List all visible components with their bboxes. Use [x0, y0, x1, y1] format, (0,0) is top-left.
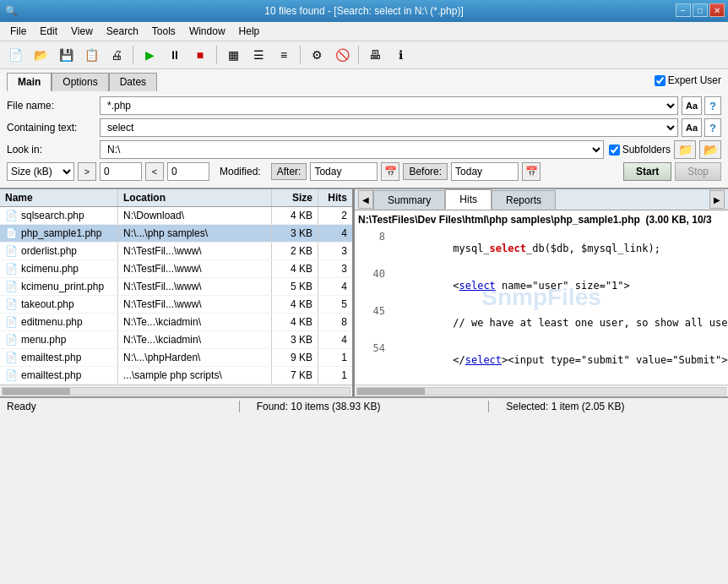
play-button[interactable]: ▶ — [138, 44, 161, 66]
bookmark-folder-button[interactable]: 📂 — [699, 140, 721, 159]
before-calendar-button[interactable]: 📅 — [522, 162, 541, 181]
print-button[interactable]: 🖶 — [363, 44, 387, 66]
table-row[interactable]: 📄php_sample1.php N:\...\php samples\ 3 K… — [0, 225, 352, 243]
after-calendar-button[interactable]: 📅 — [381, 162, 399, 181]
detail-tabs: ◀ Summary Hits Reports ▶ — [355, 189, 728, 210]
tab-reports[interactable]: Reports — [492, 190, 556, 210]
table-row[interactable]: 📄emailtest.php N:\...\phpHarden\ 9 KB 1 — [0, 349, 352, 367]
stop-toolbar-button[interactable]: ■ — [188, 44, 212, 66]
table-row[interactable]: 📄kcimenu.php N:\TestFil...\www\ 4 KB 3 — [0, 260, 352, 278]
tab-summary[interactable]: Summary — [373, 190, 445, 210]
containing-text-help-button[interactable]: ? — [704, 118, 721, 137]
open-folder-button[interactable]: 📁 — [674, 140, 696, 159]
file-list: Name Location Size Hits 📄sqlsearch.php N… — [0, 189, 355, 396]
before-date-input[interactable] — [451, 162, 519, 181]
toolbar: 📄 📂 💾 📋 🖨 ▶ ⏸ ■ ▦ ☰ ≡ ⚙ 🚫 🖶 ℹ — [0, 41, 728, 69]
status-ready: Ready — [7, 401, 222, 412]
col-header-location[interactable]: Location — [118, 189, 272, 206]
look-in-input[interactable]: N:\ — [100, 140, 604, 159]
menu-view[interactable]: View — [64, 24, 100, 39]
detail-next-button[interactable]: ▶ — [709, 190, 725, 209]
after-label: After: — [271, 163, 307, 180]
tab-main[interactable]: Main — [7, 73, 52, 91]
tab-options[interactable]: Options — [52, 73, 108, 91]
saveas-button[interactable]: 📋 — [79, 44, 103, 66]
containing-text-input[interactable]: select — [100, 118, 678, 137]
pause-button[interactable]: ⏸ — [163, 44, 187, 66]
table-row[interactable]: 📄kcimenu_print.php N:\TestFil...\www\ 5 … — [0, 278, 352, 296]
scroll-track[interactable] — [2, 387, 350, 396]
col-header-name[interactable]: Name — [0, 189, 118, 206]
menu-file[interactable]: File — [3, 24, 33, 39]
look-in-label: Look in: — [7, 144, 100, 156]
minimize-button[interactable]: − — [676, 3, 691, 17]
size-less-button[interactable]: < — [145, 162, 164, 181]
status-divider1 — [239, 401, 240, 412]
status-bar: Ready Found: 10 items (38.93 KB) Selecte… — [0, 396, 728, 415]
col-header-hits[interactable]: Hits — [318, 189, 352, 206]
menu-tools[interactable]: Tools — [145, 24, 182, 39]
scroll-thumb[interactable] — [3, 388, 70, 395]
close-button[interactable]: ✕ — [709, 3, 725, 17]
run-button[interactable]: ⚙ — [305, 44, 329, 66]
subfolders-label[interactable]: Subfolders — [609, 144, 671, 156]
table-row[interactable]: 📄emailtest.php ...\sample php scripts\ 7… — [0, 367, 352, 385]
tab-dates[interactable]: Dates — [109, 73, 157, 91]
detail-scrollbar[interactable] — [355, 385, 728, 396]
table-row[interactable]: 📄editmenu.php N:\Te...\kciadmin\ 4 KB 8 — [0, 314, 352, 331]
code-line: 54 </select><input type="submit" value="… — [358, 342, 725, 378]
stop2-button[interactable]: 🚫 — [330, 44, 354, 66]
table-row[interactable]: 📄menu.php N:\Te...\kciadmin\ 3 KB 4 — [0, 331, 352, 349]
size-row: Size (kB) > < Modified: After: 📅 Before:… — [7, 162, 721, 181]
title-bar: 🔍 10 files found - [Search: select in N:… — [0, 0, 728, 22]
after-date-input[interactable] — [310, 162, 378, 181]
table-row[interactable]: 📄orderlist.php N:\TestFil...\www\ 2 KB 3 — [0, 243, 352, 260]
action-buttons: Start Stop — [623, 162, 721, 181]
view1-button[interactable]: ▦ — [221, 44, 245, 66]
size-select[interactable]: Size (kB) — [7, 162, 74, 181]
col-header-size[interactable]: Size — [272, 189, 318, 206]
subfolders-checkbox[interactable] — [609, 145, 620, 156]
view2-button[interactable]: ☰ — [247, 44, 270, 66]
file-name-aa-button[interactable]: Aa — [682, 96, 702, 115]
menu-edit[interactable]: Edit — [33, 24, 64, 39]
menu-window[interactable]: Window — [182, 24, 232, 39]
size-min-input[interactable] — [100, 162, 142, 181]
expert-user-label[interactable]: Expert User — [655, 74, 721, 86]
file-icon: 📄 — [5, 369, 18, 381]
size-greater-button[interactable]: > — [78, 162, 96, 181]
window-controls: − □ ✕ — [676, 3, 725, 17]
menu-help[interactable]: Help — [232, 24, 267, 39]
open-button[interactable]: 📂 — [29, 44, 52, 66]
file-name-input[interactable]: *.php — [100, 96, 678, 115]
detail-scroll-thumb[interactable] — [357, 388, 425, 395]
table-row[interactable]: 📄takeout.php N:\TestFil...\www\ 4 KB 5 — [0, 296, 352, 314]
view3-button[interactable]: ≡ — [272, 44, 296, 66]
code-line: 8 mysql_select_db($db, $mysql_link); — [358, 231, 725, 266]
menu-search[interactable]: Search — [100, 24, 145, 39]
highlight-select: select — [490, 243, 526, 254]
file-list-scrollbar[interactable] — [0, 385, 352, 396]
info-button[interactable]: ℹ — [388, 44, 412, 66]
start-button[interactable]: Start — [623, 162, 671, 181]
restore-button[interactable]: □ — [693, 3, 708, 17]
tab-hits[interactable]: Hits — [445, 189, 492, 210]
detail-scroll-track[interactable] — [356, 387, 726, 396]
file-name-help-button[interactable]: ? — [704, 96, 721, 115]
code-content: </select><input type="submit" value="Sub… — [392, 342, 728, 378]
toolbar-sep2 — [216, 46, 217, 64]
file-icon: 📄 — [5, 227, 18, 239]
code-line: 45 // we have at least one user, so show… — [358, 305, 725, 341]
save-button[interactable]: 💾 — [54, 44, 78, 66]
detail-prev-button[interactable]: ◀ — [358, 190, 373, 209]
containing-text-aa-button[interactable]: Aa — [682, 118, 702, 137]
file-name-row: File name: *.php Aa ? — [7, 96, 721, 115]
size-max-input[interactable] — [167, 162, 209, 181]
modified-label: Modified: — [220, 166, 261, 177]
expert-user-checkbox[interactable] — [655, 75, 666, 86]
expert-user-area: Expert User — [655, 74, 721, 86]
new-button[interactable]: 📄 — [3, 44, 27, 66]
table-row[interactable]: 📄sqlsearch.php N:\Download\ 4 KB 2 — [0, 207, 352, 225]
print-search-button[interactable]: 🖨 — [105, 44, 128, 66]
highlight-select: select — [465, 354, 502, 366]
